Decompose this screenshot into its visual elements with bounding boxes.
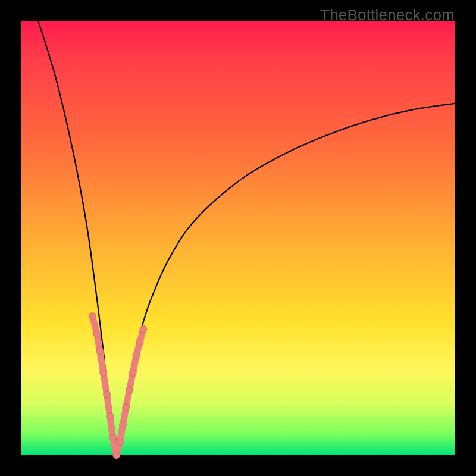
highlight-node: [136, 339, 143, 346]
highlight-node: [89, 312, 96, 320]
highlight-nodes-group: [89, 312, 146, 459]
highlight-node: [126, 387, 133, 394]
outer-frame: TheBottleneck.com: [0, 0, 476, 476]
highlight-node: [123, 404, 130, 411]
highlight-node: [116, 439, 123, 446]
highlight-node: [129, 369, 136, 376]
highlight-node: [96, 347, 104, 355]
highlight-node: [113, 452, 120, 459]
highlight-node: [107, 412, 114, 419]
highlight-node: [140, 325, 147, 333]
highlight-node: [104, 391, 111, 398]
highlight-node: [93, 330, 101, 337]
plot-area: [21, 21, 455, 455]
highlight-node: [100, 369, 107, 376]
curve-svg: [21, 21, 455, 455]
highlight-node: [120, 421, 127, 428]
highlight-node: [133, 352, 140, 359]
highlight-node: [109, 434, 117, 441]
bottleneck-curve: [38, 21, 455, 455]
